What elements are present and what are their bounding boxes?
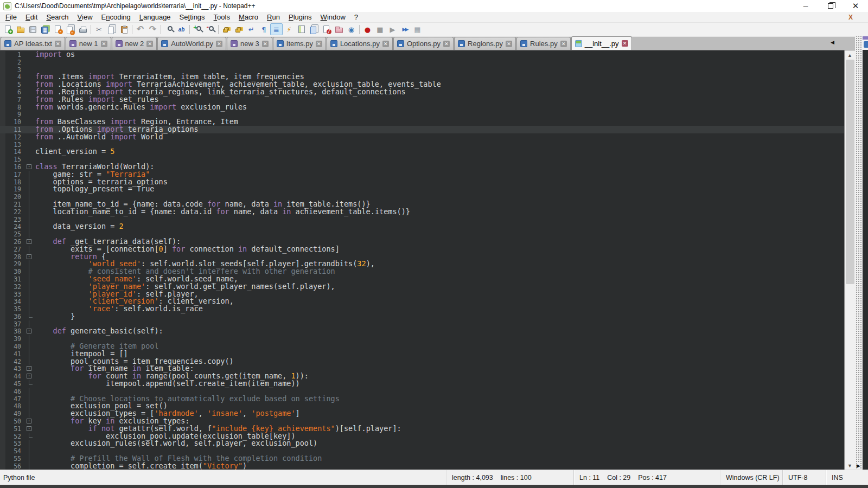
bookmark-margin[interactable] (0, 216, 5, 223)
menu-file[interactable]: File (1, 12, 21, 23)
close-button[interactable]: ✕ (843, 0, 868, 12)
fold-collapse-icon[interactable]: - (25, 418, 34, 425)
tab-ap-ideas-txt[interactable]: AP Ideas.txt✕ (1, 37, 65, 50)
splitter-arrow-icon[interactable]: ▶ (857, 463, 860, 468)
print-icon[interactable] (76, 23, 89, 35)
tab-options-py[interactable]: Options.py✕ (393, 37, 454, 50)
status-eol-format[interactable]: Windows (CR LF) (720, 470, 782, 485)
menu-run[interactable]: Run (263, 12, 284, 23)
copy-icon[interactable] (105, 23, 118, 35)
monitoring-eye-icon[interactable]: ◉ (345, 23, 358, 35)
bookmark-margin[interactable] (0, 141, 5, 149)
bookmark-margin[interactable] (0, 395, 5, 403)
bookmark-margin[interactable] (0, 104, 5, 111)
tab-locations-py[interactable]: Locations.py✕ (327, 37, 393, 50)
redo-icon[interactable]: ↷ (146, 23, 159, 35)
bookmark-margin[interactable] (0, 126, 5, 133)
vertical-scrollbar[interactable]: ▲ ▼ (844, 50, 855, 470)
bookmark-margin[interactable] (0, 343, 5, 350)
bookmark-margin[interactable] (0, 201, 5, 208)
fold-collapse-icon[interactable]: - (25, 253, 34, 261)
fold-collapse-icon[interactable]: - (25, 328, 34, 335)
show-indent-guide-icon[interactable]: ≣ (270, 23, 283, 35)
menu-search[interactable]: Search (42, 12, 73, 23)
bookmark-margin[interactable] (0, 111, 5, 118)
sync-vertical-scroll-icon[interactable] (220, 23, 233, 35)
code-line-24[interactable]: 24 data_version = 2 (0, 223, 844, 230)
code-line-8[interactable]: 8from worlds.generic.Rules import exclus… (0, 104, 844, 111)
macro-play-icon[interactable]: ▶ (386, 23, 399, 35)
bookmark-margin[interactable] (0, 178, 5, 186)
fold-collapse-icon[interactable]: - (25, 373, 34, 380)
code-line-45[interactable]: 45 itempool.append(self.create_item(item… (0, 380, 844, 388)
code-line-2[interactable]: 2 (0, 59, 844, 66)
bookmark-margin[interactable] (0, 253, 5, 261)
macro-save-icon[interactable]: ▦ (411, 23, 424, 35)
bookmark-margin[interactable] (0, 380, 5, 388)
bookmark-margin[interactable] (0, 185, 5, 193)
macro-record-icon[interactable]: ● (361, 23, 374, 35)
bookmark-margin[interactable] (0, 260, 5, 268)
code-line-19[interactable]: 19 topology_present = True (0, 185, 844, 193)
code-line-12[interactable]: 12from ..AutoWorld import World (0, 133, 844, 141)
bookmark-margin[interactable] (0, 298, 5, 305)
bookmark-margin[interactable] (0, 365, 5, 373)
save-icon[interactable] (27, 23, 39, 35)
bookmark-margin[interactable] (0, 96, 5, 104)
code-line-38[interactable]: 38- def generate_basic(self): (0, 328, 844, 335)
tab-close-icon[interactable]: ✕ (101, 41, 107, 47)
sync-horizontal-scroll-icon[interactable] (233, 23, 245, 35)
menu-tools[interactable]: Tools (209, 12, 234, 23)
bookmark-margin[interactable] (0, 73, 5, 81)
code-line-13[interactable]: 13 (0, 141, 844, 149)
bookmark-margin[interactable] (0, 433, 5, 440)
menu-window[interactable]: Window (316, 12, 350, 23)
bookmark-margin[interactable] (0, 410, 5, 418)
paste-icon[interactable] (118, 23, 130, 35)
bookmark-margin[interactable] (0, 208, 5, 216)
bookmark-margin[interactable] (0, 418, 5, 425)
bookmark-margin[interactable] (0, 283, 5, 291)
folder-as-workspace-icon[interactable] (333, 23, 345, 35)
tab-items-py[interactable]: Items.py✕ (273, 37, 326, 50)
open-file-icon[interactable] (14, 23, 27, 35)
function-completion-icon[interactable]: ⚡ (283, 23, 295, 35)
bookmark-margin[interactable] (0, 163, 5, 171)
bookmark-margin[interactable] (0, 193, 5, 201)
show-all-characters-icon[interactable]: ¶ (258, 23, 270, 35)
code-line-23[interactable]: 23 (0, 216, 844, 223)
bookmark-margin[interactable] (0, 51, 5, 59)
tab-rules-py[interactable]: Rules.py✕ (516, 37, 571, 50)
tab-close-icon[interactable]: ✕ (262, 41, 269, 47)
zoom-in-icon[interactable]: + (192, 23, 204, 35)
code-line-27[interactable]: 27 exits = [connection[0] for connection… (0, 246, 844, 253)
code-line-14[interactable]: 14client_version = 5 (0, 148, 844, 156)
bookmark-margin[interactable] (0, 291, 5, 298)
bookmark-margin[interactable] (0, 268, 5, 275)
fold-collapse-icon[interactable]: - (25, 365, 34, 373)
tab-close-icon[interactable]: ✕ (560, 41, 567, 47)
bookmark-margin[interactable] (0, 440, 5, 447)
close-file-icon[interactable]: - (52, 23, 64, 35)
menu-view[interactable]: View (73, 12, 97, 23)
bookmark-margin[interactable] (0, 66, 5, 74)
bookmark-margin[interactable] (0, 350, 5, 358)
bookmark-margin[interactable] (0, 425, 5, 433)
edit-script-icon[interactable]: / (320, 23, 333, 35)
code-editor[interactable]: 1import os2 3 4from .Items import Terrar… (0, 50, 868, 470)
tab-close-icon[interactable]: ✕ (443, 41, 450, 47)
save-all-icon[interactable] (39, 23, 52, 35)
bookmark-margin[interactable] (0, 238, 5, 246)
tab-close-icon[interactable]: ✕ (146, 41, 153, 47)
bookmark-margin[interactable] (0, 223, 5, 230)
menu-plugins[interactable]: Plugins (284, 12, 316, 23)
tab-scroll-left-icon[interactable]: ◀ (831, 40, 834, 45)
tab-close-icon[interactable]: ✕ (622, 40, 628, 47)
bookmark-margin[interactable] (0, 148, 5, 156)
bookmark-margin[interactable] (0, 455, 5, 463)
bookmark-margin[interactable] (0, 328, 5, 335)
menu-settings[interactable]: Settings (175, 12, 209, 23)
word-wrap-icon[interactable]: ↵ (245, 23, 258, 35)
menu-edit[interactable]: Edit (21, 12, 42, 23)
code-line-35[interactable]: 35 'race': self.world.is_race (0, 305, 844, 313)
